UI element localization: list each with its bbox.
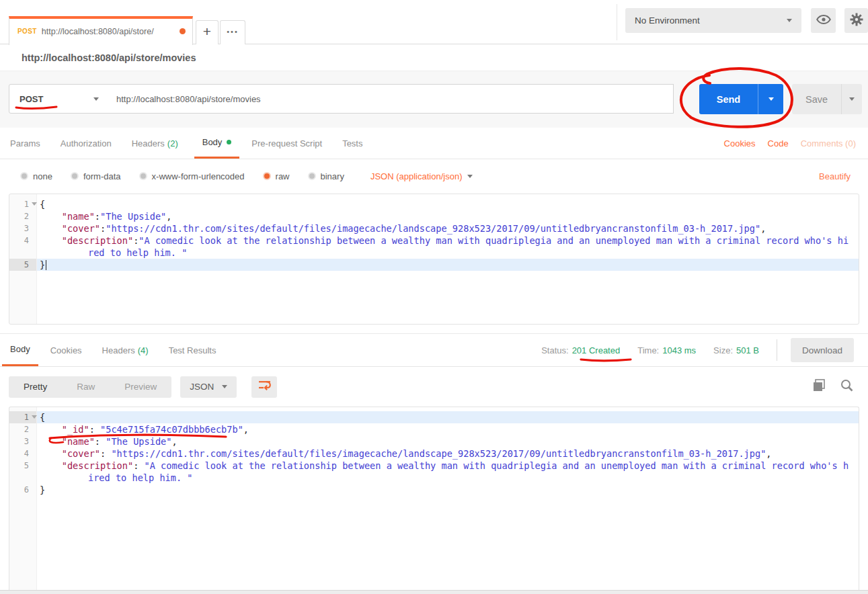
gear-icon — [849, 12, 864, 30]
size-badge: Size:501 B — [713, 345, 759, 355]
body-type-raw[interactable]: raw — [263, 171, 290, 181]
url-builder: POST Send Save — [0, 71, 868, 128]
comments-link[interactable]: Comments (0) — [801, 138, 856, 148]
url-input[interactable] — [107, 84, 674, 114]
search-response-button[interactable] — [840, 379, 853, 394]
response-tab-headers[interactable]: Headers (4) — [102, 334, 149, 366]
unsaved-dot-icon — [180, 28, 186, 34]
code-line: 6} — [9, 484, 859, 496]
radio-icon — [139, 172, 147, 180]
view-raw[interactable]: Raw — [62, 376, 110, 398]
tab-pre-request-script[interactable]: Pre-request Script — [251, 128, 322, 159]
save-label: Save — [792, 84, 841, 114]
copy-response-button[interactable] — [813, 379, 826, 394]
radio-selected-icon — [263, 172, 271, 180]
code-line: 1{ — [9, 198, 859, 210]
response-tab-body[interactable]: Body — [2, 334, 38, 366]
environment-label: No Environment — [635, 15, 700, 26]
code-line: 2 "_id": "5c4e715fa74c07dbbb6ecb7b", — [9, 423, 859, 435]
response-body-viewer[interactable]: 1{2 "_id": "5c4e715fa74c07dbbb6ecb7b",3 … — [9, 407, 859, 590]
chevron-down-icon — [787, 19, 792, 22]
tab-tests[interactable]: Tests — [342, 128, 362, 159]
body-type-binary[interactable]: binary — [308, 171, 344, 181]
text-cursor — [46, 260, 46, 270]
code-link[interactable]: Code — [768, 138, 789, 148]
chevron-down-icon — [222, 385, 227, 388]
chevron-down-icon — [467, 175, 473, 178]
eye-icon — [816, 14, 831, 28]
request-tabs: Params Authorization Headers (2) Body Pr… — [0, 128, 868, 159]
code-line: 5 "description": "A comedic look at the … — [9, 460, 859, 484]
response-headers-count-badge: (4) — [138, 345, 149, 355]
code-line: 4 "description":"A comedic look at the r… — [9, 235, 859, 259]
body-type-none[interactable]: none — [20, 171, 52, 181]
search-icon — [840, 379, 853, 394]
copy-icon — [813, 379, 826, 394]
code-line: 3 "cover":"https://cdn1.thr.com/sites/de… — [9, 222, 859, 235]
tab-body[interactable]: Body — [194, 128, 240, 159]
send-label: Send — [699, 84, 758, 114]
code-line: 1{ — [9, 411, 859, 423]
response-toolbar: Pretty Raw Preview JSON — [0, 367, 868, 407]
response-tab-cookies[interactable]: Cookies — [50, 334, 82, 366]
wrap-text-button[interactable] — [251, 376, 277, 398]
send-button[interactable]: Send — [699, 84, 783, 114]
body-type-urlencoded[interactable]: x-www-form-urlencoded — [139, 171, 245, 181]
send-options-button[interactable] — [758, 84, 783, 114]
save-options-button[interactable] — [841, 84, 862, 114]
horizontal-scrollbar[interactable] — [0, 590, 868, 594]
body-filled-dot-icon — [227, 140, 231, 144]
divider — [777, 339, 777, 361]
divider — [617, 4, 617, 40]
response-tab-test-results[interactable]: Test Results — [169, 334, 216, 366]
environment-selector[interactable]: No Environment — [625, 8, 801, 33]
view-preview[interactable]: Preview — [110, 376, 171, 398]
download-button[interactable]: Download — [791, 338, 854, 362]
settings-button[interactable] — [844, 8, 868, 33]
tab-authorization[interactable]: Authorization — [61, 128, 112, 159]
tab-url-label: http://localhost:8080/api/store/ — [42, 27, 175, 36]
request-title-row: http://localhost:8080/api/store/movies — [0, 44, 868, 71]
view-pretty[interactable]: Pretty — [9, 376, 62, 398]
code-line: 2 "name":"The Upside", — [9, 210, 859, 222]
content-type-selector[interactable]: JSON (application/json) — [370, 171, 473, 181]
code-line: 3 "name": "The Upside", — [9, 435, 859, 448]
request-body-editor[interactable]: 1{2 "name":"The Upside",3 "cover":"https… — [9, 194, 859, 325]
status-badge: Status:201 Created — [541, 345, 620, 355]
cookies-link[interactable]: Cookies — [724, 138, 756, 148]
more-tabs-button[interactable]: ••• — [220, 20, 245, 44]
radio-icon — [308, 172, 316, 180]
tab-method-label: POST — [17, 28, 37, 35]
method-selector[interactable]: POST — [9, 84, 108, 114]
code-line: 4 "cover": "https://cdn1.thr.com/sites/d… — [9, 448, 859, 460]
chevron-down-icon — [849, 97, 855, 101]
tab-params[interactable]: Params — [10, 128, 40, 159]
postman-window: POST http://localhost:8080/api/store/ + … — [0, 0, 868, 594]
headers-count-badge: (2) — [167, 138, 178, 148]
beautify-link[interactable]: Beautify — [819, 171, 851, 181]
request-title: http://localhost:8080/api/store/movies — [22, 52, 196, 63]
chevron-down-icon — [768, 97, 774, 101]
radio-icon — [71, 172, 79, 180]
format-selector[interactable]: JSON — [180, 376, 237, 398]
new-tab-button[interactable]: + — [196, 20, 219, 44]
response-meta-bar: Body Cookies Headers (4) Test Results St… — [0, 333, 868, 367]
environment-quicklook-button[interactable] — [811, 8, 836, 33]
method-label: POST — [19, 94, 43, 104]
view-mode-switch: Pretty Raw Preview — [9, 376, 171, 398]
wrap-text-icon — [258, 380, 271, 393]
tab-bar: POST http://localhost:8080/api/store/ + … — [0, 0, 868, 44]
request-tab[interactable]: POST http://localhost:8080/api/store/ — [9, 16, 193, 45]
code-line: 5} — [9, 259, 859, 271]
body-type-form-data[interactable]: form-data — [71, 171, 121, 181]
tab-headers[interactable]: Headers (2) — [132, 128, 178, 159]
radio-icon — [20, 172, 28, 180]
fold-caret-icon[interactable] — [32, 202, 37, 206]
save-button[interactable]: Save — [792, 84, 862, 114]
body-type-row: none form-data x-www-form-urlencoded raw… — [0, 159, 868, 193]
fold-caret-icon[interactable] — [32, 415, 37, 419]
chevron-down-icon — [93, 97, 99, 101]
time-badge: Time:1043 ms — [637, 345, 696, 355]
